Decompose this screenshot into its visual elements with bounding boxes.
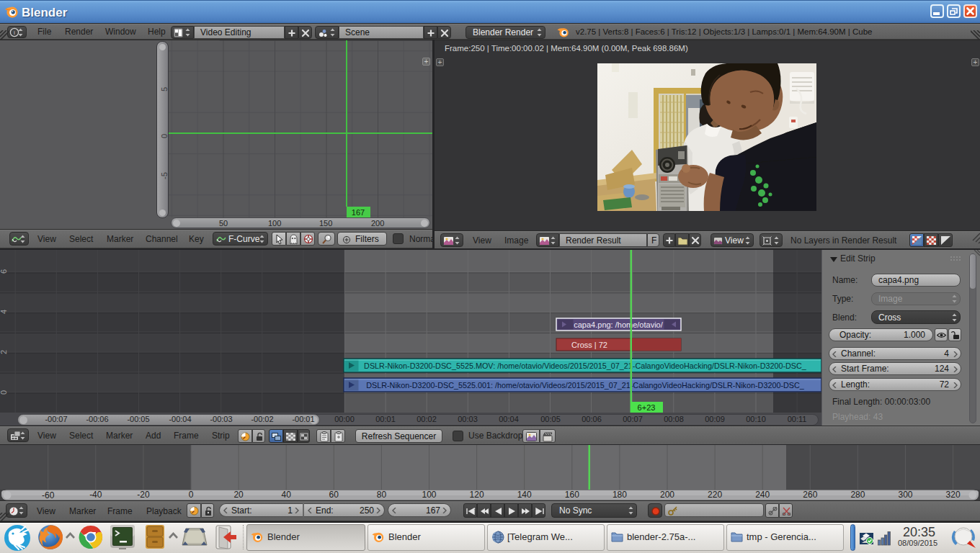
svg-text:60: 60 [329,490,339,500]
svg-text:-00:07: -00:07 [45,415,67,423]
svg-text:00:06: 00:06 [582,415,602,423]
svg-text:180: 180 [612,490,627,500]
svg-text:DSLR-Nikon-D3200-DSC_5525.001:: DSLR-Nikon-D3200-DSC_5525.001: /home/ota… [366,381,805,390]
svg-text:00:03: 00:03 [458,415,478,423]
svg-text:260: 260 [803,490,817,500]
svg-text:00:04: 00:04 [499,415,519,423]
svg-text:2: 2 [0,350,8,354]
svg-text:00:07: 00:07 [623,415,643,423]
svg-text:-20: -20 [137,490,150,500]
svg-text:100: 100 [422,490,436,500]
svg-text:00:05: 00:05 [540,415,561,423]
svg-text:00:11: 00:11 [788,415,807,423]
svg-text:140: 140 [517,490,532,500]
svg-text:00:10: 00:10 [746,415,766,423]
svg-text:320: 320 [946,490,961,500]
svg-text:40: 40 [282,490,292,500]
svg-text:00:00: 00:00 [334,415,355,423]
svg-text:0: 0 [0,390,8,395]
svg-text:-60: -60 [42,490,55,500]
svg-text:-00:03: -00:03 [210,415,232,423]
svg-text:-00:04: -00:04 [169,415,191,423]
svg-text:DSLR-Nikon-D3200-DSC_5525.MOV:: DSLR-Nikon-D3200-DSC_5525.MOV: /home/ota… [364,361,807,370]
svg-text:Cross | 72: Cross | 72 [571,341,607,349]
svg-text:6+23: 6+23 [638,403,656,412]
svg-text:167: 167 [352,208,365,217]
svg-text:120: 120 [470,490,484,500]
svg-text:-00:06: -00:06 [86,415,108,423]
svg-text:4: 4 [0,310,8,314]
svg-text:00:08: 00:08 [664,415,684,423]
svg-text:6: 6 [0,269,8,274]
svg-text:00:09: 00:09 [705,415,725,423]
svg-text:-00:01: -00:01 [292,415,314,423]
svg-text:160: 160 [565,490,579,500]
svg-text:-40: -40 [89,490,102,500]
svg-text:300: 300 [898,490,912,500]
svg-text:220: 220 [708,490,722,500]
svg-text:240: 240 [755,490,770,500]
svg-text:capa4.png: /home/otavio/: capa4.png: /home/otavio/ [574,320,663,329]
svg-text:00:02: 00:02 [416,415,437,423]
svg-text:-00:05: -00:05 [127,415,149,423]
svg-text:i: i [14,30,15,36]
svg-text:200: 200 [660,490,674,500]
svg-text:0: 0 [189,490,194,500]
svg-text:-00:02: -00:02 [251,415,273,423]
svg-text:80: 80 [377,490,387,500]
svg-text:00:01: 00:01 [375,415,396,423]
svg-text:280: 280 [850,490,865,500]
svg-text:20: 20 [233,490,244,500]
